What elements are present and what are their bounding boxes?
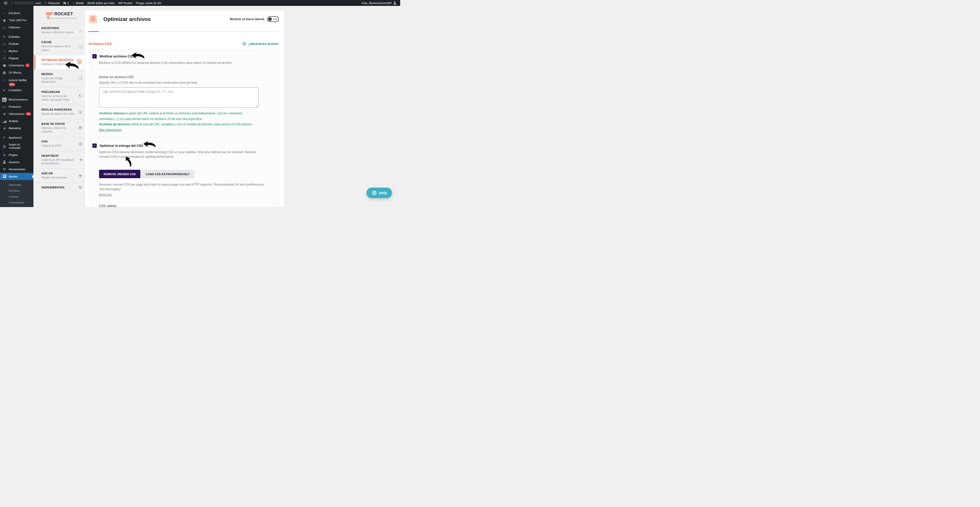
load-css-async-button[interactable]: LOAD CSS ASYNCHRONOUSLY: [141, 170, 194, 178]
need-help-link[interactable]: ¿NECESITAS AYUDA?: [242, 41, 279, 46]
rocket-nav-title: MEDIOS: [41, 72, 75, 76]
sidebar-item-label: Tutor LMS Pro: [9, 19, 27, 22]
flatsome-menu[interactable]: ◇ Flatsome: [43, 0, 62, 6]
minify-css-row: ✓ Minificar archivos CSS: [92, 54, 277, 59]
wordpress-menu[interactable]: [2, 0, 9, 6]
minify-css-checkbox[interactable]: ✓: [92, 54, 97, 59]
sidebar-item-tutor-lms[interactable]: Tutor LMS Pro: [0, 17, 33, 24]
refresh-icon: [78, 94, 82, 98]
sidebar-item-ajustes[interactable]: Ajustes: [0, 173, 33, 180]
minify-css-label[interactable]: Minificar archivos CSS: [100, 55, 134, 58]
sidebar-item-flatsome[interactable]: Flatsome: [0, 24, 33, 31]
pages-icon: [0, 57, 9, 60]
sidebar-item-plugins[interactable]: Plugins: [0, 151, 33, 159]
comments-shortcut[interactable]: 2: [62, 0, 71, 6]
purge-cache-label: Purgar caché de SG: [136, 2, 161, 5]
account-menu[interactable]: Hola, MantenimientoWP: [360, 1, 398, 5]
submenu-item-comentarios[interactable]: Comentarios: [0, 199, 33, 205]
sidebar-item-comentarios[interactable]: Comentarios 2: [0, 62, 33, 69]
sidebar-item-apariencia[interactable]: Apariencia: [0, 134, 33, 141]
checklist-icon: [78, 110, 82, 114]
comments-icon: [0, 64, 9, 67]
panel-divider: [92, 69, 277, 70]
more-info-link[interactable]: More info: [99, 193, 112, 196]
sidebar-item-woocommerce[interactable]: WooCommerce: [0, 96, 33, 103]
submenu-item-escritura[interactable]: Escritura: [0, 188, 33, 193]
sidebar-item-segun-el-contenido[interactable]: Según el contenido: [0, 141, 33, 151]
sidebar-item-analisis[interactable]: Análisis: [0, 118, 33, 124]
rocket-nav-desc: Ayuda e info de la cuenta: [41, 30, 75, 34]
brush-icon: [0, 136, 9, 139]
wp-rocket-menu[interactable]: WP Rocket: [117, 0, 134, 6]
add-new-label: Añadir: [76, 2, 84, 5]
pushpin-icon: [0, 35, 9, 38]
rocket-nav-medios[interactable]: MEDIOS LazyLoad, image dimensions: [35, 69, 84, 87]
rocket-nav-add-on[interactable]: ADD-ON Añadir más opciones: [35, 169, 84, 183]
sidebar-toggle-label: Mostrar la barra lateral: [230, 18, 264, 21]
settings-sliders-icon: [0, 175, 9, 179]
sidebar-item-usuarios[interactable]: Usuarios: [0, 159, 33, 166]
layout-icon: [0, 145, 9, 148]
bear-editor-menu[interactable]: BEAR Editor por lotes: [86, 0, 117, 6]
help-button[interactable]: Help: [366, 188, 392, 198]
sidebar-item-marketing[interactable]: Marketing: [0, 124, 33, 132]
sidebar-item-paginas[interactable]: Páginas: [0, 55, 33, 62]
sidebar-item-complianz[interactable]: Complianz: [0, 86, 33, 94]
sidebar-item-herramientas[interactable]: Herramientas: [0, 166, 33, 173]
rocket-nav-reglas-avanzadas[interactable]: REGLAS AVANZADAS Ajusta las reglas de ca…: [35, 105, 84, 119]
sidebar-item-label: Páginas: [9, 57, 19, 60]
rocket-nav-base-de-datos[interactable]: BASE DE DATOS Optimiza, reduce lo sobran…: [35, 119, 84, 137]
account-greeting: Hola, MantenimientoWP: [361, 2, 392, 5]
content-area: WP ROCKET Superior WordPress Performance…: [33, 6, 400, 207]
internal-files-bold: Archivos internos:: [99, 112, 126, 115]
rocket-nav-cache[interactable]: CACHÉ Opciones básicas de la caché: [35, 37, 84, 55]
sidebar-item-label: Medios: [9, 49, 18, 53]
checkmark-icon: [0, 89, 9, 92]
sidebar-item-escritorio[interactable]: Escritorio: [0, 10, 33, 17]
submenu-item-lectura[interactable]: Lectura: [0, 193, 33, 199]
flatsome-diamond-icon: ◇: [45, 1, 47, 5]
reviews-badge: 15: [26, 112, 31, 116]
submenu-item-generales[interactable]: Generales: [0, 182, 33, 188]
rocket-nav-desc: Optimiza, reduce lo sobrante: [41, 126, 75, 134]
site-link[interactable]: ⌂ .com: [9, 0, 43, 6]
wp-rocket-nav: WP ROCKET Superior WordPress Performance…: [35, 8, 84, 192]
css-delivery-checkbox[interactable]: ✓: [92, 143, 97, 148]
sidebar-item-portfolio[interactable]: Portfolio: [0, 40, 33, 48]
toggle-state: OFF: [273, 18, 277, 21]
sidebar-separator: [0, 132, 33, 134]
add-new-menu[interactable]: + Añadir: [71, 0, 86, 6]
purge-cache-menu[interactable]: Purgar caché de SG: [134, 0, 163, 6]
wp-rocket-logo[interactable]: WP ROCKET Superior WordPress Performance: [35, 8, 84, 23]
wrench-icon: [0, 168, 9, 171]
rocket-nav-title: PRECARGAR: [41, 90, 75, 93]
rocket-nav-optimizar-archivos[interactable]: OPTIMIZAR ARCHIVOS Optimizar CSS&JS: [35, 55, 84, 69]
rocket-nav-escritorio[interactable]: ESCRITORIO Ayuda e info de la cuenta: [35, 23, 84, 37]
remove-unused-css-button[interactable]: REMOVE UNUSED CSS: [99, 170, 140, 178]
panel-divider: [92, 137, 277, 137]
sidebar-item-productos[interactable]: Productos: [0, 103, 33, 110]
exclude-css-textarea[interactable]: [99, 87, 259, 107]
exclude-css-desc: Specify URLs of CSS files to be excluded…: [99, 80, 270, 85]
sidebar-item-valoraciones[interactable]: Valoraciones 15: [0, 110, 33, 118]
sidebar-item-label: Usuarios: [9, 161, 20, 164]
sidebar-item-entradas[interactable]: Entradas: [0, 33, 33, 40]
css-delivery-label[interactable]: Optimizar la entrega del CSS: [100, 144, 143, 148]
rocket-nav-desc: Integrar tu CDN: [41, 144, 75, 147]
sidebar-toggle[interactable]: OFF: [267, 16, 279, 22]
mas-informacion-link[interactable]: Más información: [99, 128, 121, 132]
submenu-item-label: Lectura: [9, 195, 18, 198]
rocket-nav-heartbeat[interactable]: HEARTBEAT Controla el API Heartbeat de W…: [35, 151, 84, 169]
rocket-nav-precargar[interactable]: PRECARGAR Generar archivos de caché, pre…: [35, 87, 84, 105]
sidebar-item-medios[interactable]: Medios: [0, 48, 33, 55]
rocket-nav-title: OPTIMIZAR ARCHIVOS: [41, 59, 75, 62]
sidebar-item-label: Entradas: [9, 35, 20, 38]
sidebar-item-ux-blocks[interactable]: UX Blocks: [0, 69, 33, 76]
sidebar-item-label: UX Blocks: [9, 71, 21, 74]
rocket-nav-desc: Controla el API Heartbeat de WordPress: [41, 158, 75, 166]
rocket-nav-title: CDN: [41, 140, 75, 143]
logo-rocket-text: ROCKET: [54, 11, 73, 16]
rocket-nav-cdn[interactable]: CDN Integrar tu CDN: [35, 137, 84, 151]
rocket-nav-herramientas[interactable]: HERRAMIENTAS: [35, 183, 84, 192]
rocket-nav-desc: Generar archivos de caché, precargar fon…: [41, 94, 75, 102]
